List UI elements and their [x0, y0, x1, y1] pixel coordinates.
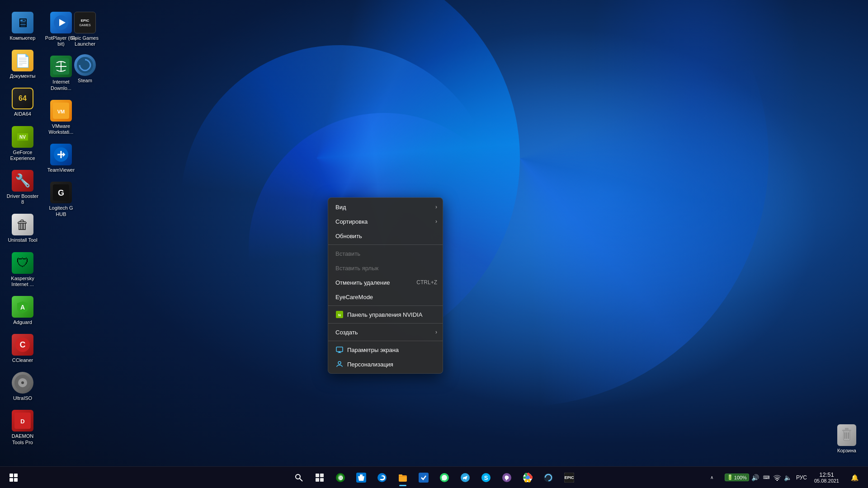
- svg-text:D: D: [20, 418, 24, 425]
- geforce-icon: NV: [12, 126, 33, 148]
- svg-text:NV: NV: [19, 135, 26, 140]
- steam-icon: [74, 54, 96, 76]
- clock-area[interactable]: 12:51 05.08.2021: [811, 470, 843, 484]
- menu-item-refresh[interactable]: Обновить: [328, 229, 443, 243]
- kaspersky-label: Kaspersky Internet ...: [6, 276, 39, 287]
- taskbar-task-view[interactable]: [310, 468, 330, 488]
- docs-label: Документы: [10, 73, 36, 79]
- wifi-icon[interactable]: [773, 473, 782, 482]
- view-arrow: ›: [435, 204, 437, 210]
- svg-text:C: C: [20, 340, 26, 349]
- keyboard-icon[interactable]: ⌨: [762, 473, 771, 482]
- epic-icon: EPICGAMES: [74, 12, 96, 33]
- desktop-icon-logitech[interactable]: G Logitech G HUB: [43, 179, 79, 220]
- ultraiso-icon: [12, 372, 33, 394]
- desktop-icon-driver[interactable]: 🔧 Driver Booster 8: [5, 167, 41, 208]
- menu-item-paste-shortcut: Вставить ярлык: [328, 261, 443, 275]
- kaspersky-icon: 🛡: [12, 252, 33, 274]
- desktop-icons: 🖥 Компьютер 📄 Документы 64 AIDA64 NV GeF…: [0, 5, 90, 465]
- svg-rect-30: [339, 352, 340, 352]
- trash-icon[interactable]: Корзина: [835, 422, 859, 456]
- battery-indicator[interactable]: 🔋 100%: [725, 474, 749, 481]
- svg-rect-23: [845, 428, 849, 430]
- tray-expand[interactable]: ∧: [702, 468, 722, 488]
- docs-icon: 📄: [12, 50, 33, 71]
- menu-item-display[interactable]: Параметры экрана: [328, 343, 443, 357]
- computer-label: Компьютер: [10, 35, 36, 41]
- context-menu: Вид › Сортировка › Обновить Вставить Вст…: [328, 197, 443, 374]
- menu-item-new[interactable]: Создать ›: [328, 325, 443, 339]
- desktop-icon-ultraiso[interactable]: UltraISO: [5, 369, 41, 404]
- taskbar-center: ⊕ S EPIC: [289, 468, 579, 488]
- svg-rect-42: [360, 474, 361, 477]
- logitech-label: Logitech G HUB: [45, 205, 77, 217]
- paste-shortcut-label: Вставить ярлык: [335, 265, 378, 272]
- start-button[interactable]: [4, 468, 24, 488]
- taskbar-telegram[interactable]: [455, 468, 475, 488]
- desktop-icon-kaspersky[interactable]: 🛡 Kaspersky Internet ...: [5, 249, 41, 290]
- menu-item-nvidia[interactable]: N Панель управления NVIDIA: [328, 307, 443, 322]
- svg-text:N: N: [338, 313, 341, 317]
- desktop-icon-teamviewer[interactable]: TeamViewer: [43, 141, 79, 176]
- desktop-icon-ccleaner[interactable]: C CCleaner: [5, 331, 41, 366]
- refresh-label: Обновить: [335, 233, 362, 239]
- computer-icon: 🖥: [12, 12, 33, 33]
- menu-item-undo-delete[interactable]: Отменить удаление CTRL+Z: [328, 275, 443, 290]
- undo-delete-shortcut: CTRL+Z: [416, 279, 437, 286]
- svg-rect-29: [336, 347, 343, 352]
- svg-rect-31: [338, 352, 341, 353]
- separator-2: [328, 305, 443, 306]
- driver-label: Driver Booster 8: [6, 193, 39, 205]
- svg-point-33: [296, 474, 300, 479]
- ccleaner-label: CCleaner: [12, 357, 33, 363]
- menu-item-view[interactable]: Вид ›: [328, 200, 443, 214]
- sort-arrow: ›: [435, 218, 437, 225]
- view-label: Вид: [335, 204, 346, 211]
- vmware-label: VMware Workstati...: [45, 123, 77, 135]
- menu-item-sort[interactable]: Сортировка ›: [328, 214, 443, 229]
- ultraiso-label: UltraISO: [13, 395, 32, 401]
- notification-button[interactable]: 🔔: [844, 468, 864, 488]
- desktop-icon-daemon[interactable]: D DAEMON Tools Pro: [5, 407, 41, 448]
- undo-delete-label: Отменить удаление: [335, 279, 390, 286]
- desktop-icon-vmware[interactable]: VM VMware Workstati...: [43, 97, 79, 138]
- menu-item-paste: Вставить: [328, 246, 443, 261]
- paste-label: Вставить: [335, 250, 360, 257]
- taskbar-steam-pinned[interactable]: [538, 468, 558, 488]
- desktop-icon-docs[interactable]: 📄 Документы: [5, 47, 41, 82]
- taskbar-todo[interactable]: [414, 468, 434, 488]
- svg-text:G: G: [58, 188, 64, 197]
- svg-text:GAMES: GAMES: [79, 23, 91, 27]
- desktop-icon-epic[interactable]: EPICGAMES Epic Games Launcher: [67, 9, 103, 50]
- taskbar-edge[interactable]: [372, 468, 392, 488]
- taskbar-whatsapp[interactable]: [434, 468, 454, 488]
- speaker-icon[interactable]: 🔈: [783, 473, 793, 482]
- svg-rect-46: [399, 474, 402, 476]
- taskbar-xbox[interactable]: ⊕: [330, 468, 350, 488]
- aida-icon: 64: [12, 88, 33, 109]
- taskbar-search[interactable]: [289, 468, 309, 488]
- ccleaner-icon: C: [12, 334, 33, 356]
- desktop-icon-steam[interactable]: Steam: [67, 52, 103, 86]
- svg-text:EPIC: EPIC: [81, 19, 90, 23]
- taskbar-skype[interactable]: S: [476, 468, 496, 488]
- volume-icon[interactable]: 🔊: [751, 473, 760, 482]
- taskbar-viber[interactable]: [497, 468, 517, 488]
- taskbar-store[interactable]: [351, 468, 371, 488]
- display-icon: [335, 346, 344, 354]
- desktop-icon-adguard[interactable]: A Adguard: [5, 293, 41, 328]
- adguard-icon: A: [12, 296, 33, 318]
- desktop-icon-aida[interactable]: 64 AIDA64: [5, 85, 41, 120]
- desktop-icon-geforce[interactable]: NV GeForce Experience: [5, 123, 41, 164]
- taskbar-explorer[interactable]: [393, 468, 413, 488]
- menu-item-personalize[interactable]: Персонализация: [328, 357, 443, 371]
- desktop-icon-uninstall[interactable]: 🗑 Uninstall Tool: [5, 211, 41, 246]
- desktop-icon-computer[interactable]: 🖥 Компьютер: [5, 9, 41, 44]
- sort-label: Сортировка: [335, 218, 368, 225]
- geforce-label: GeForce Experience: [6, 150, 39, 161]
- logitech-icon: G: [50, 182, 72, 203]
- taskbar-chrome[interactable]: [518, 468, 538, 488]
- language-indicator[interactable]: РУС: [794, 474, 809, 482]
- menu-item-eyecare[interactable]: EyeCareMode: [328, 290, 443, 304]
- taskbar-epic-pinned[interactable]: EPIC: [559, 468, 579, 488]
